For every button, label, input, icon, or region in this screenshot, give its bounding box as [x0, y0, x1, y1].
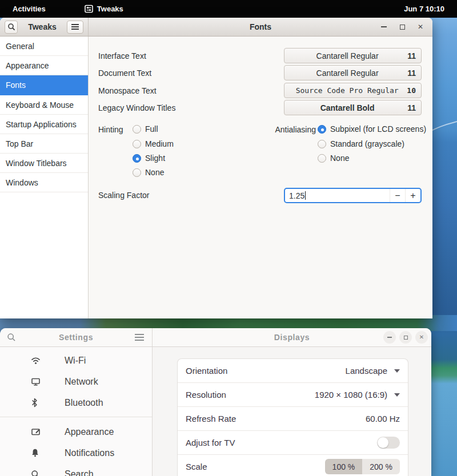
tweaks-headerbar-left: Tweaks	[0, 18, 89, 36]
resolution-label: Resolution	[186, 390, 315, 400]
radio-label: Standard (grayscale)	[330, 139, 404, 148]
chevron-down-icon	[394, 369, 400, 373]
radio-icon	[133, 168, 141, 177]
display-settings-card: Orientation Landscape Resolution 1920 × …	[177, 358, 408, 476]
clock[interactable]: Jun 7 10:10	[404, 5, 444, 13]
sidebar-item-notifications[interactable]: Notifications	[0, 442, 152, 463]
sidebar-item-bluetooth[interactable]: Bluetooth	[0, 392, 152, 413]
displays-title: Displays	[274, 333, 310, 342]
bluetooth-icon	[31, 398, 41, 408]
settings-window: Settings Displays ✕	[0, 328, 431, 476]
maximize-button[interactable]	[399, 331, 412, 344]
close-button[interactable]: ✕	[415, 22, 426, 32]
font-size: 11	[407, 103, 416, 112]
app-menu-button[interactable]: Tweaks	[85, 5, 123, 13]
panel-title: Fonts	[250, 22, 271, 31]
top-bar: Activities Tweaks Jun 7 10:10	[0, 0, 457, 18]
sidebar-item-label: Appearance	[65, 427, 114, 437]
sidebar-item-startup-applications[interactable]: Startup Applications	[0, 115, 88, 134]
tweaks-title: Tweaks	[21, 22, 63, 31]
scale-200-button[interactable]: 200 %	[362, 459, 400, 474]
close-icon: ✕	[418, 23, 423, 30]
minimize-button[interactable]	[383, 331, 396, 344]
scale-row: Scale 100 % 200 %	[178, 455, 408, 476]
search-button[interactable]	[5, 21, 18, 34]
desktop: Activities Tweaks Jun 7 10:10	[0, 0, 457, 476]
radio-aa-standard[interactable]: Standard (grayscale)	[318, 138, 404, 150]
sidebar-item-fonts[interactable]: Fonts	[0, 75, 88, 95]
refresh-rate-value: 60.00 Hz	[366, 414, 400, 423]
adjust-for-tv-toggle[interactable]	[377, 437, 400, 449]
font-size: 10	[407, 86, 416, 95]
tweaks-body: General Appearance Fonts Keyboard & Mous…	[0, 37, 432, 318]
increment-button[interactable]: +	[405, 189, 420, 202]
orientation-value: Landscape	[346, 366, 387, 376]
toggle-knob	[378, 437, 388, 448]
font-name: Cantarell Bold	[290, 103, 405, 112]
document-text-label: Document Text	[98, 68, 151, 78]
close-button[interactable]: ✕	[415, 331, 428, 344]
orientation-row[interactable]: Orientation Landscape	[178, 359, 408, 383]
decrement-button[interactable]: −	[390, 189, 405, 202]
adjust-for-tv-label: Adjust for TV	[186, 438, 377, 447]
sidebar-item-general[interactable]: General	[0, 37, 88, 56]
text-cursor	[305, 191, 306, 200]
scale-label: Scale	[186, 462, 325, 471]
legacy-titles-font-button[interactable]: Cantarell Bold 11	[284, 100, 422, 115]
radio-label: None	[330, 154, 349, 163]
maximize-icon	[404, 336, 408, 340]
monospace-font-button[interactable]: Source Code Pro Regular 10	[284, 83, 422, 98]
settings-headerbar-left: Settings	[0, 328, 153, 346]
radio-hinting-full[interactable]: Full	[133, 123, 158, 135]
radio-label: None	[145, 168, 164, 177]
sidebar-item-appearance[interactable]: Appearance	[0, 56, 88, 75]
resolution-row[interactable]: Resolution 1920 × 1080 (16:9)	[178, 383, 408, 407]
sidebar-item-label: Wi-Fi	[65, 356, 86, 366]
font-size: 11	[407, 68, 416, 78]
sidebar-item-keyboard-mouse[interactable]: Keyboard & Mouse	[0, 95, 88, 115]
sidebar-item-window-titlebars[interactable]: Window Titlebars	[0, 154, 88, 173]
search-button[interactable]	[7, 333, 16, 342]
sidebar-item-search[interactable]: Search	[0, 463, 152, 476]
radio-label: Slight	[145, 154, 165, 163]
settings-headerbar-right: Displays ✕	[153, 328, 431, 346]
radio-label: Subpixel (for LCD screens)	[330, 124, 426, 134]
scaling-factor-label: Scaling Factor	[98, 191, 149, 200]
radio-icon	[318, 154, 326, 163]
adjust-for-tv-row: Adjust for TV	[178, 431, 408, 455]
scale-100-button[interactable]: 100 %	[325, 459, 363, 474]
document-font-button[interactable]: Cantarell Regular 11	[284, 65, 422, 80]
maximize-button[interactable]	[397, 22, 407, 32]
interface-font-button[interactable]: Cantarell Regular 11	[284, 48, 422, 63]
radio-hinting-slight[interactable]: Slight	[133, 152, 165, 164]
activities-button[interactable]: Activities	[10, 5, 48, 13]
menu-button[interactable]	[67, 21, 83, 34]
sidebar-item-windows[interactable]: Windows	[0, 173, 88, 192]
radio-icon	[133, 140, 141, 148]
scale-segmented-control: 100 % 200 %	[325, 459, 400, 474]
refresh-rate-label: Refresh Rate	[186, 414, 366, 423]
app-menu-label: Tweaks	[97, 5, 123, 13]
hamburger-icon[interactable]	[135, 337, 144, 338]
sidebar-item-wifi[interactable]: Wi-Fi	[0, 350, 152, 371]
legacy-window-titles-label: Legacy Window Titles	[98, 103, 175, 112]
radio-aa-subpixel[interactable]: Subpixel (for LCD screens)	[318, 123, 426, 135]
antialiasing-label: Antialiasing	[237, 125, 316, 134]
minimize-button[interactable]	[379, 22, 389, 32]
sidebar-item-appearance[interactable]: Appearance	[0, 421, 152, 442]
radio-hinting-medium[interactable]: Medium	[133, 138, 174, 150]
radio-icon	[133, 125, 141, 134]
sidebar-item-top-bar[interactable]: Top Bar	[0, 134, 88, 154]
sidebar-item-label: Search	[65, 469, 94, 476]
search-icon	[31, 470, 41, 476]
notifications-icon	[31, 449, 41, 458]
scaling-factor-input[interactable]: 1.25 − +	[284, 188, 422, 203]
sidebar-item-network[interactable]: Network	[0, 371, 152, 392]
radio-aa-none[interactable]: None	[318, 152, 349, 164]
radio-hinting-none[interactable]: None	[133, 167, 164, 178]
window-controls: ✕	[383, 328, 428, 346]
radio-checked-icon	[133, 154, 141, 163]
settings-title: Settings	[59, 333, 93, 342]
radio-label: Full	[145, 124, 158, 134]
radio-label: Medium	[145, 139, 174, 148]
